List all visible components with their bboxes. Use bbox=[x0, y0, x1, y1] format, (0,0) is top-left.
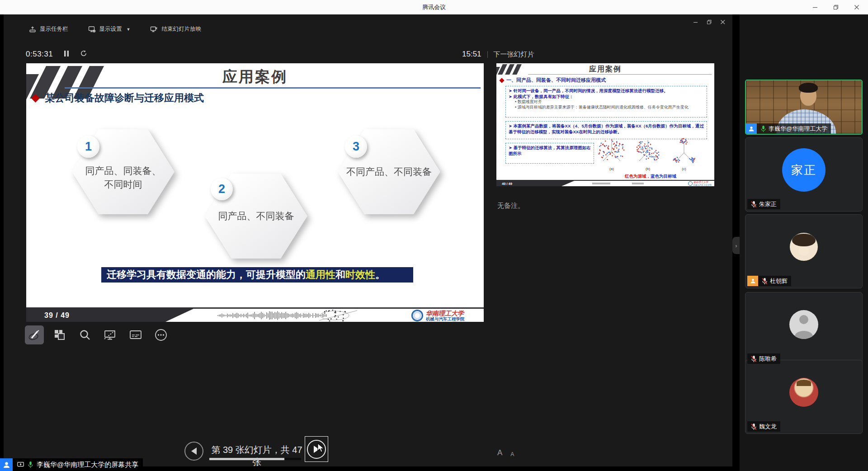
preview-box-1: ➤ 针对同一设备，同一产品，不同时间的情况，用深度模型迁移算法进行模型迁移。 ➤… bbox=[505, 86, 707, 118]
fig-b-label: (b) bbox=[646, 167, 650, 171]
pen-tool-button[interactable] bbox=[25, 325, 44, 344]
preview-box3-text: ➤ 基于特征的迁移算法，其算法原理图如右图所示 bbox=[509, 145, 591, 156]
participant-name: 杜朝辉 bbox=[770, 277, 788, 285]
mouse-cursor bbox=[317, 443, 326, 453]
black-screen-button[interactable] bbox=[101, 325, 120, 344]
pause-timer-icon[interactable] bbox=[64, 50, 69, 59]
more-options-button[interactable] bbox=[151, 325, 170, 344]
inner-minimize-icon[interactable] bbox=[693, 20, 698, 25]
mic-muted-icon bbox=[751, 423, 757, 430]
scatter-image bbox=[316, 310, 361, 321]
inner-restore-icon[interactable] bbox=[707, 20, 712, 25]
display-settings-button[interactable]: 显示设置 ▼ bbox=[88, 25, 131, 33]
slide-sorter-button[interactable] bbox=[50, 325, 69, 344]
clock-area: 15:51 下一张幻灯片 bbox=[462, 50, 534, 59]
legend-source-domain: 红色为源域， bbox=[625, 174, 651, 179]
hexagon-1-line1: 同产品、同装备、 bbox=[85, 164, 161, 178]
participant-tile[interactable]: 杜朝辉 bbox=[745, 214, 863, 288]
preview-footer-scatter bbox=[632, 183, 644, 184]
slide-subtitle-row: 某公司装备故障诊断与迁移应用模式 bbox=[33, 91, 204, 105]
nav-progress-fill bbox=[209, 458, 284, 460]
minimize-icon[interactable] bbox=[807, 0, 824, 14]
preview-emblem-icon bbox=[688, 181, 693, 186]
inner-window-controls bbox=[693, 20, 725, 25]
fig-a-label: (a) bbox=[609, 167, 614, 171]
slide-subtitle: 某公司装备故障诊断与迁移应用模式 bbox=[45, 91, 204, 105]
avatar: 家正 bbox=[782, 148, 826, 192]
os-titlebar: 腾讯会议 bbox=[0, 0, 868, 14]
participant-tile-speaker[interactable]: 李巍华@华南理工大学 bbox=[745, 80, 863, 135]
preview-box1-line1: ➤ 针对同一设备，同一产品，不同时间的情况，用深度模型迁移算法进行模型迁移。 bbox=[509, 88, 704, 94]
mic-on-icon bbox=[28, 461, 33, 468]
preview-heading: 一、同产品、同装备、不同时间迁移应用模式 bbox=[506, 77, 606, 84]
clock-time: 15:51 bbox=[462, 50, 481, 59]
avatar bbox=[789, 378, 818, 407]
preview-university-dept: 机械与汽车工程学院 bbox=[693, 184, 712, 186]
share-banner-text: 李巍华@华南理工大学的屏幕共享 bbox=[37, 461, 138, 469]
slide-title: 应用案例 bbox=[26, 67, 484, 87]
previous-slide-button[interactable] bbox=[184, 442, 203, 461]
preview-box2-text: ➤ 本案例某产品数据，将装备XX（4、5月份数据）作为源域，装备XX（6月份数据… bbox=[509, 123, 704, 135]
slide-sorter-icon bbox=[53, 329, 66, 341]
next-slide-heading: 下一张幻灯片 bbox=[494, 50, 534, 59]
mic-on-icon bbox=[760, 125, 766, 132]
timer-area: 0:53:31 bbox=[26, 50, 87, 59]
hexagon-1-line2: 不同时间 bbox=[104, 178, 142, 191]
more-options-icon bbox=[154, 328, 168, 342]
taskbar-icon bbox=[29, 26, 36, 33]
algorithm-scatter-figures: (a) (b) (c) bbox=[591, 137, 710, 173]
pen-icon bbox=[28, 328, 41, 342]
participant-name: 李巍华@华南理工大学 bbox=[769, 125, 827, 133]
magnifier-icon bbox=[79, 329, 91, 341]
participant-head bbox=[800, 86, 816, 106]
slideshow-progress-bar bbox=[209, 458, 301, 460]
preview-box1-bullet2: • 源域与目标域的差异主要来源于：装备健康状态随时间的退化或因维修、任务令变化而… bbox=[509, 105, 704, 110]
close-icon[interactable] bbox=[848, 0, 865, 14]
presenter-view-window: 显示任务栏 显示设置 ▼ 结束幻灯片放映 0:53:31 15:51 下一张幻灯… bbox=[4, 14, 732, 466]
font-increase-button[interactable]: A bbox=[497, 448, 502, 457]
university-department: 机械与汽车工程学院 bbox=[426, 316, 465, 321]
preview-diamond-icon bbox=[499, 78, 504, 83]
screen-share-icon bbox=[17, 462, 24, 468]
captions-button[interactable] bbox=[126, 325, 145, 344]
display-settings-label: 显示设置 bbox=[99, 25, 122, 33]
hexagon-2-number: 2 bbox=[211, 178, 233, 200]
current-slide: 应用案例 某公司装备故障诊断与迁移应用模式 同产品、同装备、不同时间 1 同产品… bbox=[26, 63, 484, 322]
font-decrease-button[interactable]: A bbox=[510, 451, 514, 457]
magnifier-button[interactable] bbox=[75, 325, 94, 344]
end-slideshow-button[interactable]: 结束幻灯片放映 bbox=[150, 25, 201, 33]
participant-label: 杜朝辉 bbox=[747, 276, 791, 286]
participant-tile[interactable]: 家正 朱家正 bbox=[745, 137, 863, 212]
participant-tile[interactable]: 魏文龙 bbox=[745, 360, 863, 434]
participant-label: 魏文龙 bbox=[747, 421, 780, 432]
preview-page-number: 40 / 49 bbox=[502, 182, 512, 186]
hexagon-3-line1: 不同产品、不同装备 bbox=[346, 165, 432, 179]
sharer-person-icon bbox=[0, 458, 13, 471]
show-taskbar-label: 显示任务栏 bbox=[40, 25, 68, 33]
mic-muted-icon bbox=[751, 201, 757, 208]
collapse-panel-tab[interactable]: › bbox=[732, 237, 740, 254]
restart-timer-icon[interactable] bbox=[80, 50, 87, 59]
slide-key-message-banner: 迁移学习具有数据变通的能力，可提升模型的通用性和时效性。 bbox=[101, 267, 413, 283]
university-logo: 华南理工大学 机械与汽车工程学院 bbox=[411, 310, 465, 321]
annotation-toolbar bbox=[25, 325, 170, 344]
restore-icon[interactable] bbox=[827, 0, 844, 14]
preview-heading-row: 一、同产品、同装备、不同时间迁移应用模式 bbox=[500, 77, 606, 84]
participant-tile[interactable]: 陈唯希 bbox=[745, 292, 863, 366]
elapsed-timer: 0:53:31 bbox=[26, 50, 53, 59]
show-taskbar-button[interactable]: 显示任务栏 bbox=[29, 25, 68, 33]
mic-muted-icon bbox=[762, 278, 768, 285]
preview-footer: 40 / 49 华南理工大学 机械与汽车工程学院 bbox=[496, 180, 714, 186]
presenter-toolbar: 显示任务栏 显示设置 ▼ 结束幻灯片放映 bbox=[29, 25, 201, 33]
slide-footer: 39 / 49 华南理工大学 机械与汽车工程学院 bbox=[26, 307, 484, 322]
slide-counter: 第 39 张幻灯片，共 47 张 bbox=[208, 444, 306, 468]
banner-text-2: 和 bbox=[335, 268, 345, 282]
participant-name: 魏文龙 bbox=[759, 423, 777, 431]
banner-highlight-1: 通用性 bbox=[306, 268, 335, 282]
profile-person-icon bbox=[747, 276, 758, 286]
black-screen-icon bbox=[104, 329, 117, 341]
inner-close-icon[interactable] bbox=[721, 20, 725, 25]
participant-label: 陈唯希 bbox=[747, 353, 780, 364]
notes-empty-text: 无备注。 bbox=[497, 202, 524, 210]
banner-text-3: 。 bbox=[375, 268, 385, 282]
